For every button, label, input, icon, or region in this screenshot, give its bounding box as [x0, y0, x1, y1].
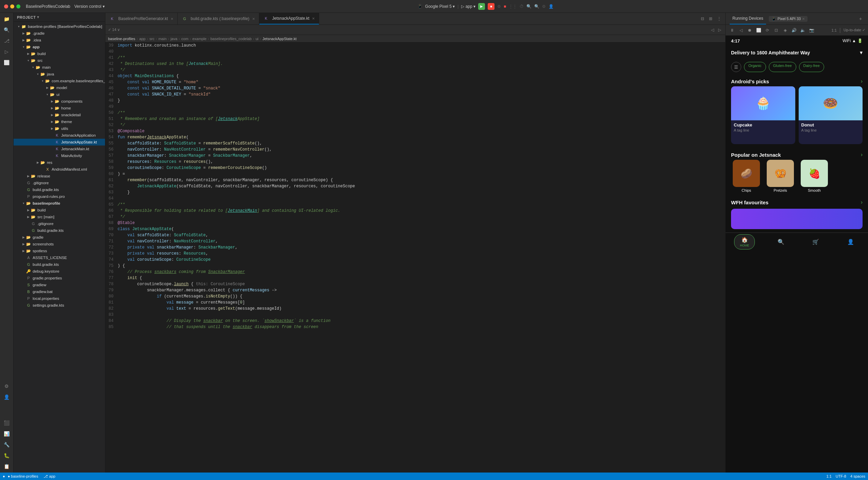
androids-picks-arrow[interactable]: ›: [861, 78, 863, 84]
activity-extra3-icon[interactable]: 🔧: [2, 440, 12, 449]
tree-item-localprops[interactable]: ▶ P local.properties: [14, 295, 105, 302]
breadcrumb-baseline[interactable]: baseline-profiles: [108, 37, 135, 41]
tree-item-mainactivity[interactable]: ▶ K MainActivity: [14, 152, 105, 159]
volume-up-btn[interactable]: 🔊: [790, 27, 798, 34]
status-line-col[interactable]: 1:1: [827, 474, 832, 478]
activity-extra4-icon[interactable]: 🐛: [2, 451, 12, 460]
stop-button[interactable]: ■: [488, 3, 494, 10]
tree-item-gradle2[interactable]: ▶ 📂 gradle: [14, 234, 105, 241]
volume-down-btn[interactable]: 🔈: [799, 27, 806, 34]
breadcrumb-src[interactable]: src: [150, 37, 155, 41]
breadcrumb-ui[interactable]: ui: [256, 37, 259, 41]
activity-run-icon[interactable]: ▷: [2, 47, 12, 56]
tree-item-model[interactable]: ▶ 📂 model: [14, 84, 105, 91]
tab-close-1[interactable]: ✕: [252, 17, 255, 21]
tree-item-baselineprofile[interactable]: ▾ 📂 baselineprofile: [14, 200, 105, 207]
tree-item-main[interactable]: ▾ 📂 main: [14, 64, 105, 71]
nav-cart-button[interactable]: 🛒: [807, 237, 824, 247]
pick-card-donut[interactable]: 🍩 Donut A tag line: [799, 86, 863, 144]
tree-item-home[interactable]: ▶ 📂 home: [14, 105, 105, 112]
nav-profile-button[interactable]: 👤: [842, 237, 860, 247]
next-btn[interactable]: ▷: [717, 27, 723, 33]
tab-close-2[interactable]: ✕: [312, 17, 315, 20]
tree-item-gradlewbat[interactable]: ▶ B gradlew.bat: [14, 288, 105, 295]
power-btn[interactable]: ⏸: [728, 27, 736, 34]
maximize-button[interactable]: [16, 4, 20, 8]
tree-item-utils[interactable]: ▶ 📂 utils: [14, 125, 105, 132]
tree-item-spotless[interactable]: ▶ 📂 spotless: [14, 247, 105, 254]
breadcrumb-main[interactable]: main: [158, 37, 167, 41]
device-tab[interactable]: 📱 Pixel 5 API 33 ✕: [769, 16, 808, 22]
breadcrumb-file[interactable]: JetsnackAppState.kt: [262, 37, 296, 41]
tree-item-components[interactable]: ▶ 📂 components: [14, 98, 105, 105]
tree-item-theme[interactable]: ▶ 📂 theme: [14, 118, 105, 125]
version-control[interactable]: Version control ▾: [74, 4, 105, 9]
tree-item-src-main[interactable]: ▶ 📂 src [main]: [14, 213, 105, 220]
tree-item-build2[interactable]: ▶ 📂 build: [14, 207, 105, 213]
filter-chip-organic[interactable]: Organic: [744, 62, 766, 72]
activity-ext-icon[interactable]: ⬜: [2, 58, 12, 67]
nav-search-button[interactable]: 🔍: [772, 237, 790, 247]
pick-card-cupcake[interactable]: 🧁 Cupcake A tag line: [731, 86, 795, 144]
tree-item-proguard[interactable]: ▶ P proguard-rules.pro: [14, 193, 105, 200]
tree-item-screenshots[interactable]: ▶ 📂 screenshots: [14, 241, 105, 247]
tree-item-settings[interactable]: ▶ G settings.gradle.kts: [14, 302, 105, 309]
breadcrumb-example[interactable]: example: [192, 37, 207, 41]
view-btn[interactable]: ⊞: [708, 16, 714, 22]
more-btn[interactable]: ⋮: [716, 16, 723, 22]
run-button[interactable]: ▶: [478, 3, 485, 10]
breadcrumb-java[interactable]: java: [171, 37, 177, 41]
breadcrumb-app[interactable]: app: [139, 37, 145, 41]
breadcrumb-com[interactable]: com: [181, 37, 189, 41]
activity-person-icon[interactable]: 👤: [2, 392, 12, 402]
tab-build-gradle[interactable]: G build.gradle.kts (:baselineprofile) ✕: [178, 13, 259, 24]
tab-baseline-generator[interactable]: K BaselineProfileGenerator.kt ✕: [105, 13, 178, 24]
tree-item-keystore[interactable]: ▶ 🔑 debug.keystore: [14, 268, 105, 275]
tab-close-0[interactable]: ✕: [171, 17, 173, 21]
tree-item-gitignore2[interactable]: ▶ G .gitignore: [14, 220, 105, 227]
tree-item-build[interactable]: ▶ 📂 build: [14, 50, 105, 57]
activity-folder-icon[interactable]: 📁: [2, 14, 12, 24]
prev-btn[interactable]: ◁: [710, 27, 715, 33]
filter-chip-dairy-free[interactable]: Dairy-free: [799, 62, 824, 72]
tree-item-gradlew[interactable]: ▶ S gradlew: [14, 281, 105, 288]
filter-chip-gluten-free[interactable]: Gluten-free: [769, 62, 796, 72]
tree-item-src[interactable]: ▾ 📂 src: [14, 57, 105, 64]
tree-item-assets[interactable]: ▶ A ASSETS_LICENSE: [14, 254, 105, 261]
tree-item-ui[interactable]: ▾ 📂 ui: [14, 91, 105, 98]
status-encoding[interactable]: UTF-8: [836, 474, 846, 478]
panel-tab-running-devices[interactable]: Running Devices: [730, 13, 766, 24]
wfh-arrow[interactable]: ›: [861, 199, 863, 205]
activity-extra2-icon[interactable]: 📊: [2, 429, 12, 439]
status-indent[interactable]: 4 spaces: [850, 474, 865, 478]
split-editor-btn[interactable]: ⊟: [699, 16, 706, 22]
tree-item-jetsnackmain[interactable]: ▶ K JetsnackMain.kt: [14, 145, 105, 152]
rotate-btn[interactable]: ⟳: [764, 27, 771, 34]
tree-item-java[interactable]: ▾ 📂 java: [14, 71, 105, 78]
popular-item-pretzels[interactable]: 🥨 Pretzels: [765, 160, 796, 192]
code-editor[interactable]: 39 import kotlinx.coroutines.launch 40 4…: [105, 42, 725, 473]
overview-btn[interactable]: ⬜: [755, 27, 762, 34]
popular-item-chips[interactable]: 🥔 Chips: [731, 160, 762, 192]
tree-item-gradle-hidden[interactable]: ▶ 📂 .gradle: [14, 30, 105, 37]
tree-item-com[interactable]: ▾ 📂 com.example.baselineprofiles_codel: [14, 78, 105, 84]
activity-extra-icon[interactable]: ⬛: [2, 418, 12, 428]
activity-extra5-icon[interactable]: 📋: [2, 462, 12, 471]
tree-item-buildgradle[interactable]: ▶ G build.gradle.kts: [14, 186, 105, 193]
tree-item-jetsnackapplication[interactable]: ▶ K JetsnackApplication: [14, 132, 105, 139]
close-button[interactable]: [4, 4, 8, 8]
tree-item-jetsnackappstate[interactable]: ▶ K JetsnackAppState.kt: [14, 139, 105, 145]
tab-jetsnack-appstate[interactable]: K JetsnackAppState.kt ✕: [259, 13, 319, 24]
tree-root[interactable]: ▾ 📁 baseline-profiles [BaselineProfilesC…: [14, 23, 105, 30]
tree-item-snackdetail[interactable]: ▶ 📂 snackdetail: [14, 112, 105, 118]
activity-settings-icon[interactable]: ⚙: [2, 381, 12, 391]
activity-find-icon[interactable]: 🔍: [2, 25, 12, 35]
tree-item-res[interactable]: ▶ 📂 res: [14, 159, 105, 166]
tree-item-app[interactable]: ▾ 📂 app: [14, 44, 105, 50]
fold-btn[interactable]: ⊡: [772, 27, 780, 34]
tree-item-idea[interactable]: ▶ 📂 .idea: [14, 37, 105, 44]
dropdown-chevron-icon[interactable]: ▾: [860, 49, 863, 56]
popular-arrow[interactable]: ›: [861, 152, 863, 158]
tree-item-gitignore[interactable]: ▶ G .gitignore: [14, 179, 105, 186]
device-tab-close[interactable]: ✕: [802, 17, 805, 21]
